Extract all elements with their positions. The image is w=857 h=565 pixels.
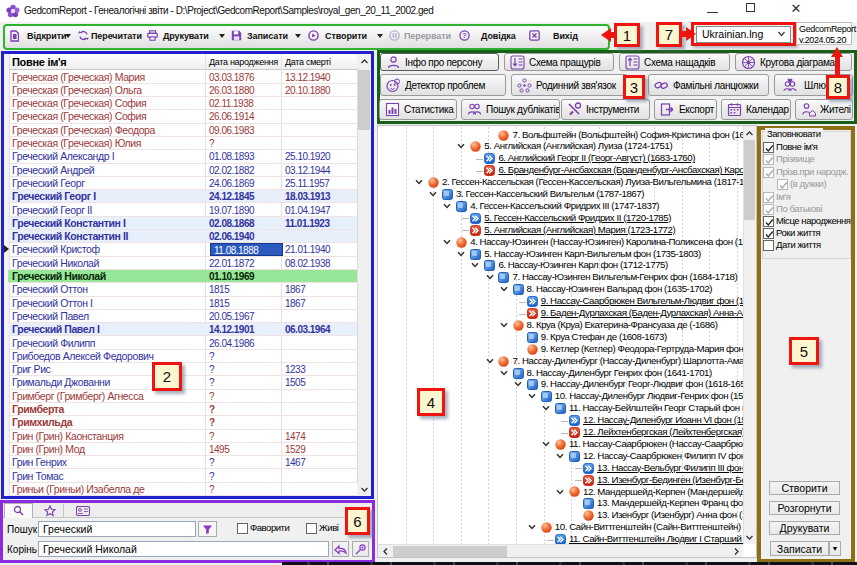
svg-text:?: ? [462,32,466,39]
